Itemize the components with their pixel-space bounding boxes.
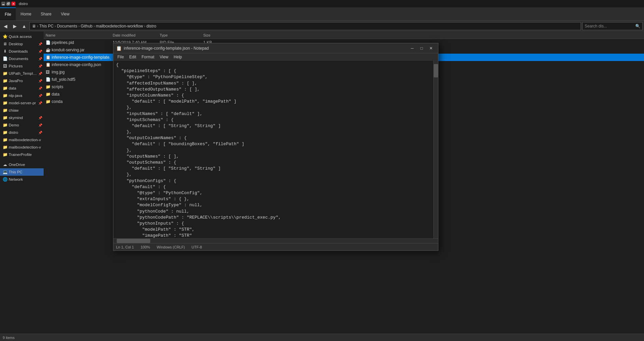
sidebar-item-onedrive[interactable]: ☁ OneDrive [0,161,44,168]
notepad-menu-edit[interactable]: Edit [126,53,139,60]
tab-view[interactable]: View [56,7,74,20]
thispc-icon: 💻 [3,170,7,174]
pin-icon-desktop: 📌 [38,42,42,46]
breadcrumb-part-2[interactable]: Documents [57,24,77,29]
sidebar-item-documents[interactable]: 📄 Documents 📌 [0,55,44,62]
search-input[interactable]: Search dis... 🔍 [582,22,643,30]
ribbon: File Home Share View [0,7,644,21]
forward-button[interactable]: ▶ [11,22,19,30]
sidebar-item-downloads[interactable]: ⬇ Downloads 📌 [0,48,44,55]
taskbar-title: distro [19,2,28,6]
file-icon: 📁 [46,84,50,89]
pin-icon-pictures: 📌 [38,64,42,68]
notepad-menu-view[interactable]: View [157,53,171,60]
folder-icon-javapro: 📁 [3,78,7,83]
sidebar-item-javapro[interactable]: 📁 JavaPro 📌 [0,77,44,84]
minimize-icon[interactable]: 🗕 [1,2,5,6]
pin-icon-model-server: 📌 [38,101,42,105]
breadcrumb-part-1[interactable]: This PC [39,24,54,29]
folder-icon-chiaw: 📁 [3,108,7,113]
notepad-encoding: UTF-8 [192,245,202,249]
folder-icon-model-server: 📁 [3,101,7,105]
maximize-icon[interactable]: 🗗 [6,2,10,6]
file-name: conda [52,99,63,104]
ribbon-tabs: File Home Share View [0,7,74,20]
file-name: img.jpg [52,70,65,74]
sidebar-item-quick-access[interactable]: ⭐ Quick access [0,33,44,40]
pin-icon-uipath: 📌 [38,72,42,75]
col-header-size[interactable]: Size [201,33,228,37]
breadcrumb-part-3[interactable]: Github [80,24,92,29]
sidebar-item-uipath[interactable]: 📁 UIPath_Template 📌 [0,70,44,77]
tab-share[interactable]: Share [36,7,56,20]
notepad-text-area[interactable]: { "pipelineSteps" : [ { "@type" : "Pytho… [113,61,433,238]
documents-icon: 📄 [3,56,7,61]
sidebar-item-mailboxdetection2[interactable]: 📁 mailboxdetection-v [0,144,44,151]
up-button[interactable]: ▲ [20,22,28,30]
status-bar: 9 items [0,334,644,341]
file-icon: 📄 [46,40,50,45]
back-button[interactable]: ◀ [1,22,9,30]
sidebar-item-trainerpro[interactable]: 📁 TrainerProfile [0,151,44,158]
tab-home[interactable]: Home [16,7,36,20]
folder-icon-uipath: 📁 [3,71,7,76]
pin-icon-javapro: 📌 [38,79,42,83]
sidebar-item-nlp-java[interactable]: 📁 nlp-java 📌 [0,92,44,99]
search-icon: 🔍 [635,24,640,29]
notepad-window: 📋 inference-image-config-template.json -… [113,43,438,251]
sidebar-item-skymind[interactable]: 📁 skymind 📌 [0,114,44,121]
breadcrumb[interactable]: 🖥 › This PC › Documents › Github › mailb… [30,22,581,30]
sidebar-item-data[interactable]: 📁 data 📌 [0,84,44,92]
file-icon: 📋 [46,62,50,67]
scrollbar-thumb[interactable] [434,64,438,77]
notepad-minimize-button[interactable]: ─ [408,45,417,51]
sidebar-item-demo[interactable]: 📁 Demo 📌 [0,121,44,129]
col-header-type[interactable]: Type [158,33,201,37]
notepad-close-button[interactable]: ✕ [427,45,435,51]
folder-icon-mailbox1: 📁 [3,137,7,142]
notepad-maximize-button[interactable]: □ [417,45,426,51]
notepad-menu-format[interactable]: Format [139,53,157,60]
col-header-date[interactable]: Date modified [111,33,158,37]
file-name: konduit-serving.jar [52,48,85,52]
notepad-line-col: Ln 1, Col 1 [116,245,134,249]
search-placeholder: Search dis... [585,24,607,29]
notepad-content: { "pipelineSteps" : [ { "@type" : "Pytho… [113,61,438,238]
sidebar-item-pictures[interactable]: 🖼 Pictures 📌 [0,62,44,70]
sidebar-item-distro[interactable]: 📁 distro 📌 [0,129,44,136]
notepad-title-text: inference-image-config-template.json - N… [124,46,209,51]
file-name: inference-image-config-template.json [52,55,111,60]
folder-icon-skymind: 📁 [3,115,7,120]
sidebar-spacer [0,158,44,161]
address-bar: ◀ ▶ ▲ 🖥 › This PC › Documents › Github ›… [0,21,644,32]
hscrollbar-thumb[interactable] [117,239,150,243]
sidebar-item-thispc[interactable]: 💻 This PC [0,168,44,176]
notepad-statusbar: Ln 1, Col 1 100% Windows (CRLF) UTF-8 [113,243,438,250]
file-icon: 📁 [46,92,50,97]
folder-icon-trainerpro: 📁 [3,152,7,157]
notepad-line-ending: Windows (CRLF) [157,245,185,249]
breadcrumb-part-5[interactable]: distro [146,24,156,29]
file-icon: 📄 [46,77,50,82]
notepad-menu-file[interactable]: File [115,53,126,60]
pin-icon-distro: 📌 [38,131,42,134]
notepad-hscrollbar[interactable] [113,238,438,243]
notepad-menu-help[interactable]: Help [171,53,185,60]
col-header-name[interactable]: Name [44,33,111,37]
file-name: full_yolo.hdf5 [52,77,75,82]
close-icon[interactable]: ✕ [11,2,15,6]
file-name: inference-image-config.json [52,62,101,67]
taskbar-window-controls: 🗕 🗗 ✕ [1,2,15,6]
sidebar-item-chiaw[interactable]: 📁 chiaw [0,107,44,114]
file-name: pipelines.pid [52,40,74,45]
taskbar: 🗕 🗗 ✕ distro [0,0,644,7]
desktop-icon: 🖥 [3,42,7,46]
breadcrumb-part-4[interactable]: mailboxdetection-workflow [96,24,143,29]
sidebar-item-desktop[interactable]: 🖥 Desktop 📌 [0,40,44,48]
file-name: scripts [52,84,63,89]
sidebar-item-mailboxdetection1[interactable]: 📁 mailboxdetection-v [0,136,44,144]
sidebar-item-model-server[interactable]: 📁 model-server-pr 📌 [0,99,44,107]
tab-file[interactable]: File [0,7,16,20]
sidebar-item-network[interactable]: 🌐 Network [0,176,44,183]
notepad-scrollbar[interactable] [433,61,438,238]
